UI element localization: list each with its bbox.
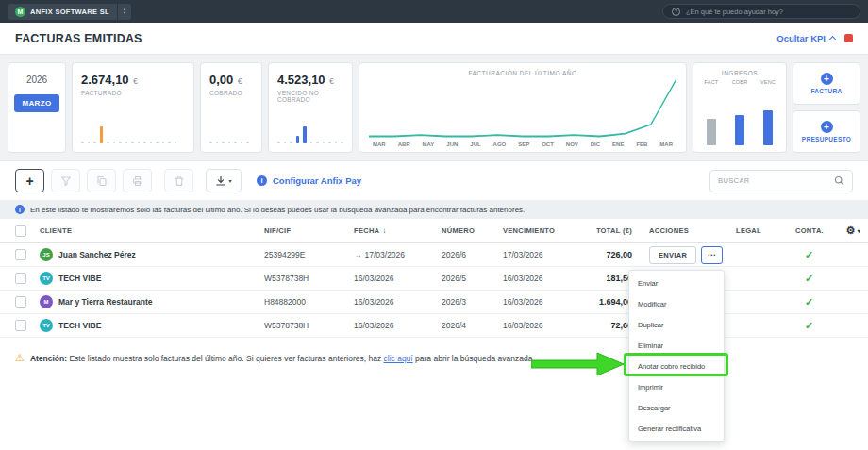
hide-kpi-toggle[interactable]: Ocultar KPI	[776, 33, 835, 43]
cell-cliente: TV TECH VIBE	[40, 272, 264, 285]
cobrado-value: 0,00	[209, 73, 233, 87]
month-label: AGO	[493, 142, 507, 147]
table-row[interactable]: JS Juan Sanchez Pérez 25394299E →17/03/2…	[0, 243, 868, 267]
spark-dot	[156, 142, 159, 144]
month-label: ABR	[398, 142, 410, 147]
month-label: MAY	[423, 142, 435, 147]
spark-dot	[143, 142, 146, 144]
month-label: FEB	[636, 142, 647, 147]
red-widget-icon[interactable]	[844, 34, 853, 42]
spark-dot	[222, 142, 225, 144]
duplicate-button[interactable]	[87, 169, 116, 192]
info-icon: i	[257, 175, 267, 186]
spark-dot	[107, 142, 109, 144]
spark-dot	[246, 142, 249, 144]
client-name: Juan Sanchez Pérez	[58, 250, 136, 259]
vencido-label: VENCIDO NO COBRADO	[277, 90, 343, 103]
facturado-label: FACTURADO	[81, 90, 185, 96]
new-presupuesto-button[interactable]: + PRESUPUESTO	[793, 110, 860, 153]
page-title: FACTURAS EMITIDAS	[15, 32, 142, 45]
conta-check-icon: ✓	[795, 273, 843, 285]
cell-vencimiento: 16/03/2026	[503, 274, 593, 283]
download-button[interactable]: ▾	[206, 169, 242, 192]
spark-dot	[119, 142, 122, 144]
menu-item-eliminar[interactable]: Eliminar	[629, 335, 724, 356]
cell-nif: 25394299E	[264, 250, 354, 259]
search-input[interactable]	[718, 176, 828, 185]
kpi-cobrado-card[interactable]: 0,00 € COBRADO	[200, 62, 262, 153]
row-checkbox[interactable]	[15, 296, 26, 308]
spark-dot	[316, 142, 319, 144]
th-nif[interactable]: NIF/CIF	[264, 226, 354, 235]
table-body: JS Juan Sanchez Pérez 25394299E →17/03/2…	[0, 243, 868, 338]
company-switch-icon[interactable]: ▲▼	[117, 4, 131, 20]
chart-title: FACTURACIÓN DEL ÚLTIMO AÑO	[369, 70, 676, 76]
spark-dot	[81, 142, 84, 144]
warning-text-before: Este listado muestra solo facturas del ú…	[67, 354, 383, 363]
client-avatar: TV	[40, 272, 53, 285]
row-checkbox[interactable]	[15, 320, 26, 331]
th-legal: LEGAL	[736, 226, 795, 235]
gear-icon: ⚙	[846, 225, 856, 237]
vencido-sparkline	[277, 119, 343, 143]
kpi-facturado-card[interactable]: 2.674,10 € FACTURADO	[72, 62, 194, 153]
warning-icon: ⚠	[15, 352, 25, 364]
spark-dot	[125, 142, 128, 144]
spark-dot	[209, 142, 212, 144]
table-row[interactable]: TV TECH VIBE W5378738H 16/03/2026 2026/5…	[0, 267, 868, 291]
th-vencimiento[interactable]: VENCIMIENTO	[503, 226, 593, 235]
client-name: Mar y Tierra Restaurante	[58, 297, 153, 307]
company-name: ANFIX SOFTWARE SL	[30, 8, 109, 16]
menu-item-anotar-cobro-recibido[interactable]: Anotar cobro recibido	[629, 356, 724, 376]
spark-dot	[113, 142, 116, 144]
menu-item-imprimir[interactable]: Imprimir	[629, 376, 724, 397]
column-settings-button[interactable]: ⚙▾	[843, 225, 868, 237]
add-invoice-button[interactable]: +	[15, 169, 44, 192]
row-checkbox[interactable]	[15, 273, 26, 284]
filter-button[interactable]	[51, 169, 80, 192]
sent-arrow-icon: →	[354, 250, 362, 259]
help-search[interactable]: ?	[662, 4, 860, 19]
th-fecha[interactable]: FECHA↓	[354, 226, 442, 235]
chart-month-labels: MARABRMAYJUNJULAGOSEPOCTNOVDICENEFEBMAR	[369, 142, 676, 147]
help-input[interactable]	[686, 8, 851, 16]
th-cliente[interactable]: CLIENTE	[40, 226, 264, 235]
company-selector[interactable]: M ANFIX SOFTWARE SL ▲▼	[8, 4, 131, 20]
month-button[interactable]: MARZO	[14, 94, 60, 112]
delete-button[interactable]	[164, 169, 193, 192]
new-factura-button[interactable]: + FACTURA	[793, 62, 860, 105]
ingresos-bar	[707, 119, 716, 145]
menu-item-descargar[interactable]: Descargar	[629, 397, 724, 418]
table-row[interactable]: M Mar y Tierra Restaurante H84882000 16/…	[0, 291, 868, 314]
menu-item-modificar[interactable]: Modificar	[629, 293, 724, 314]
menu-item-duplicar[interactable]: Duplicar	[629, 314, 724, 335]
table-row[interactable]: TV TECH VIBE W5378738H 16/03/2026 2026/4…	[0, 314, 868, 338]
chevron-down-icon: ▾	[858, 227, 860, 234]
cell-vencimiento: 17/03/2026	[503, 250, 593, 259]
th-total[interactable]: TOTAL (€)	[593, 226, 649, 235]
select-all-checkbox[interactable]	[15, 225, 26, 237]
spark-dot	[290, 142, 292, 144]
chevron-up-icon	[829, 36, 836, 42]
enviar-button[interactable]: ENVIAR	[649, 246, 696, 264]
filter-icon	[60, 175, 72, 187]
client-avatar: M	[40, 295, 53, 308]
cell-acciones: ENVIAR•••	[649, 246, 736, 264]
row-more-actions-button[interactable]: •••	[701, 246, 723, 264]
kpi-vencido-card[interactable]: 4.523,10 € VENCIDO NO COBRADO	[268, 62, 353, 153]
spark-bar	[100, 126, 104, 143]
spark-dot	[168, 142, 171, 144]
facturado-value: 2.674,10	[81, 73, 129, 87]
context-menu: EnviarModificarDuplicarEliminarAnotar co…	[628, 270, 725, 442]
advanced-search-link[interactable]: clic aquí	[384, 354, 413, 363]
print-button[interactable]	[123, 169, 152, 192]
menu-item-enviar[interactable]: Enviar	[629, 273, 724, 293]
configure-anfix-pay-link[interactable]: i Configurar Anfix Pay	[257, 175, 361, 186]
table-search[interactable]	[709, 170, 853, 192]
cell-nif: W5378738H	[264, 321, 354, 330]
cobrado-sparkline	[209, 119, 253, 143]
row-checkbox[interactable]	[15, 249, 26, 260]
th-numero[interactable]: NÚMERO	[442, 226, 503, 235]
menu-item-generar-rectificativa[interactable]: Generar rectificativa	[629, 418, 724, 439]
spark-dot	[284, 142, 287, 144]
